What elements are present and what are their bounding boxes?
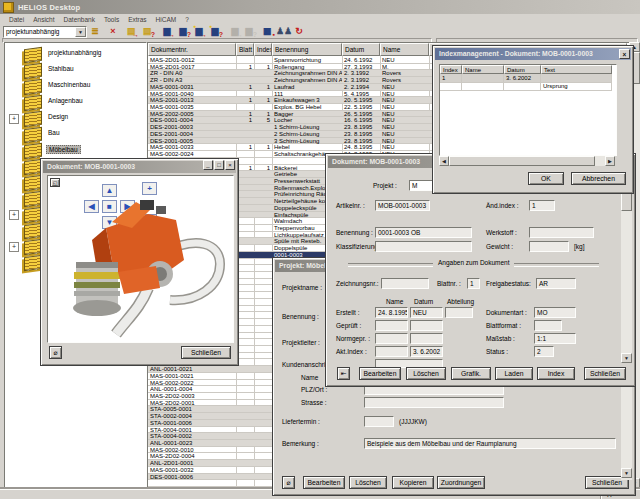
zeichnungsnr-field[interactable] bbox=[381, 278, 429, 289]
bearbeiten-button[interactable]: Bearbeiten bbox=[303, 476, 345, 489]
scroll-right-icon[interactable]: ▶ bbox=[605, 156, 615, 166]
index-column-header-text[interactable]: Text bbox=[541, 65, 612, 74]
blattformat-field[interactable] bbox=[534, 320, 562, 331]
kopieren-button[interactable]: Kopieren bbox=[392, 476, 434, 489]
erstellt-abteilung-field[interactable] bbox=[445, 307, 473, 318]
menu-extras[interactable]: Extras bbox=[128, 16, 146, 23]
lschen-button[interactable]: Löschen bbox=[406, 367, 446, 380]
document-open-icon[interactable]: ▆→ bbox=[160, 25, 174, 37]
database-export-icon[interactable]: ▤→ bbox=[124, 25, 138, 37]
column-header-name[interactable]: Name bbox=[380, 43, 429, 56]
close-icon[interactable]: × bbox=[225, 160, 235, 170]
column-header-datum[interactable]: Datum bbox=[342, 43, 380, 56]
context-pin-button[interactable]: ⌀ bbox=[282, 476, 295, 489]
sidebar-item-stahlbau[interactable]: Stahlbau bbox=[46, 65, 76, 72]
ok-button[interactable]: OK bbox=[528, 172, 564, 185]
massstab-field[interactable]: 1:1 bbox=[534, 333, 576, 344]
index-column-header-index[interactable]: Index bbox=[440, 65, 462, 74]
document-search-icon[interactable]: ▆? bbox=[176, 25, 190, 37]
klassifizierung-field[interactable] bbox=[375, 241, 472, 252]
menu-datenbank[interactable]: Datenbank bbox=[64, 16, 95, 23]
blattnr-field[interactable]: 1 bbox=[467, 278, 480, 289]
status-field[interactable]: 2 bbox=[534, 346, 554, 357]
geprueft-name-field[interactable] bbox=[375, 320, 408, 331]
column-header-blatt[interactable]: Blatt bbox=[236, 43, 254, 56]
aktindex-name-field[interactable] bbox=[375, 346, 408, 357]
sidebar-item-bau[interactable]: Bau bbox=[46, 129, 62, 136]
werkstoff-field[interactable] bbox=[529, 227, 594, 238]
chevron-down-icon[interactable]: ▼ bbox=[75, 27, 86, 37]
article-search-icon[interactable]: ▆●? bbox=[208, 25, 222, 37]
sidebar-item-mbelbau[interactable]: Möbelbau bbox=[46, 145, 81, 154]
project-folder-icon[interactable] bbox=[24, 143, 42, 160]
scope-dropdown[interactable]: projektunabhängig ▼ bbox=[3, 26, 87, 38]
context-pin-button[interactable]: ⌀ bbox=[49, 346, 62, 359]
sidebar-item-maschinenbau[interactable]: Maschinenbau bbox=[46, 81, 92, 88]
expand-icon[interactable]: + bbox=[9, 210, 19, 220]
project-folder-icon[interactable] bbox=[24, 79, 42, 96]
bemerkung-field[interactable]: Beispiele aus dem Möbelbau und der Raump… bbox=[364, 438, 616, 449]
aktindex-datum-field[interactable]: 3. 6.2002 bbox=[410, 346, 443, 357]
cancel-button[interactable]: Abbrechen bbox=[571, 172, 626, 185]
zuordnungen-button[interactable]: Zuordnungen bbox=[437, 476, 485, 489]
project-folder-icon[interactable] bbox=[24, 95, 42, 112]
column-header-benennung[interactable]: Benennung bbox=[272, 43, 342, 56]
index-window-title[interactable]: Indexmanagement - Dokument: MOB-0001-000… bbox=[435, 48, 631, 60]
close-icon[interactable]: × bbox=[619, 49, 630, 59]
index-column-header-name[interactable]: Name bbox=[462, 65, 504, 74]
maximize-icon[interactable]: □ bbox=[214, 160, 224, 170]
menu-tools[interactable]: Tools bbox=[104, 16, 119, 23]
scroll-left-icon[interactable]: ◀ bbox=[439, 156, 449, 166]
sidebar-item-anlagenbau[interactable]: Anlagenbau bbox=[46, 97, 85, 104]
strasse-field[interactable] bbox=[364, 397, 504, 408]
expand-icon[interactable]: + bbox=[9, 242, 19, 252]
workflow-users-icon[interactable]: ♟♟ bbox=[276, 25, 290, 37]
erstellt-datum-field[interactable]: NEU bbox=[410, 307, 443, 318]
freigabestatus-field[interactable]: AR bbox=[536, 278, 576, 289]
project-folder-icon[interactable] bbox=[24, 47, 42, 64]
viewer-close-button[interactable]: Schließen bbox=[181, 346, 231, 359]
refresh-icon[interactable]: ↻ bbox=[292, 25, 306, 37]
geprueft-datum-field[interactable] bbox=[410, 320, 443, 331]
normgepr-datum-field[interactable] bbox=[410, 333, 443, 344]
column-header-dokumentnr[interactable]: Dokumentnr. bbox=[148, 43, 236, 56]
project-levels-icon[interactable]: ≣ bbox=[88, 25, 102, 37]
menu-?[interactable]: ? bbox=[185, 16, 189, 23]
gewicht-field[interactable] bbox=[529, 241, 569, 252]
viewer-canvas[interactable]: ◱ ▲ ◀ ■ ▶ ▼ + − bbox=[47, 175, 234, 343]
minimize-icon[interactable]: _ bbox=[203, 160, 213, 170]
index-list[interactable]: IndexNameDatumText 13. 6.2002Ursprung bbox=[439, 64, 617, 156]
menu-ansicht[interactable]: Ansicht bbox=[33, 16, 54, 23]
database-search-icon[interactable]: ▤? bbox=[140, 25, 154, 37]
index-column-header-datum[interactable]: Datum bbox=[504, 65, 541, 74]
lschen-button[interactable]: Löschen bbox=[349, 476, 387, 489]
project-folder-icon[interactable] bbox=[24, 63, 42, 80]
erstellt-name-field[interactable]: 24. 8.1995 bbox=[375, 307, 408, 318]
article-open-icon[interactable]: ▆●→ bbox=[192, 25, 206, 37]
menu-hicam[interactable]: HiCAM bbox=[156, 16, 177, 23]
project-folder-icon[interactable] bbox=[24, 127, 42, 144]
scroll-down-icon[interactable]: ▼ bbox=[621, 468, 632, 478]
bom-icon[interactable]: ▦▪ bbox=[260, 25, 274, 37]
grafik-button[interactable]: Grafik. bbox=[451, 367, 491, 380]
scroll-down-icon[interactable]: ▼ bbox=[621, 353, 632, 363]
dokumentart-field[interactable]: MO bbox=[534, 307, 576, 318]
expand-icon[interactable]: + bbox=[9, 114, 19, 124]
liefertermin-field[interactable] bbox=[364, 416, 394, 427]
sidebar-item-projektunabhngig[interactable]: projektunabhängig bbox=[46, 49, 104, 56]
normgepr-name-field[interactable] bbox=[375, 333, 408, 344]
schlieen-button[interactable]: Schließen bbox=[584, 367, 626, 380]
bearbeiten-button[interactable]: Bearbeiten bbox=[359, 367, 401, 380]
dock-pin-button[interactable]: ⇤ bbox=[337, 367, 350, 380]
menu-datei[interactable]: Datei bbox=[9, 16, 24, 23]
index-button[interactable]: Index bbox=[537, 367, 575, 380]
laden-button[interactable]: Laden bbox=[495, 367, 533, 380]
delete-icon[interactable]: × bbox=[106, 25, 120, 37]
sidebar-item-design[interactable]: Design bbox=[46, 113, 70, 120]
index-list-row[interactable]: Ursprung bbox=[440, 82, 612, 91]
benennung-field[interactable]: 0001-0003 OB bbox=[375, 227, 472, 238]
aendindex-field[interactable]: 1 bbox=[529, 200, 555, 211]
column-header-index[interactable]: Index bbox=[254, 43, 272, 56]
artikelnr-field[interactable]: MOB-0001-0003 bbox=[375, 200, 430, 211]
project-folder-icon[interactable] bbox=[24, 111, 42, 128]
